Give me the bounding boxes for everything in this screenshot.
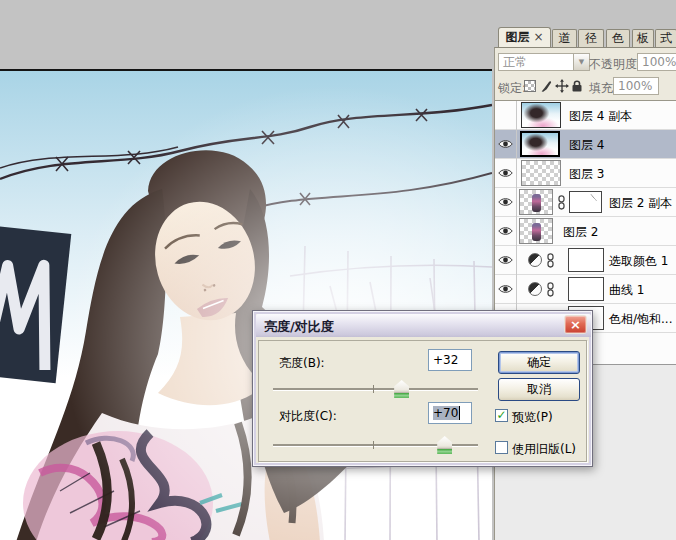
lock-move-icon[interactable] xyxy=(555,79,569,93)
eye-icon xyxy=(498,284,513,294)
tab-close-icon[interactable]: × xyxy=(533,28,543,47)
layer-thumbnail[interactable] xyxy=(521,102,561,128)
brightness-slider[interactable] xyxy=(273,380,478,398)
visibility-toggle[interactable] xyxy=(495,217,517,246)
layer-row-2[interactable]: 图层 2 xyxy=(495,217,676,246)
visibility-toggle[interactable] xyxy=(495,159,517,188)
visibility-toggle[interactable] xyxy=(495,246,517,275)
tab-styles[interactable]: 式 xyxy=(655,29,676,47)
tab-paths[interactable]: 径 xyxy=(578,29,604,47)
fill-input[interactable]: 100% xyxy=(613,77,659,95)
layer-name[interactable]: 图层 3 xyxy=(569,166,604,183)
slider-center-tick xyxy=(373,385,374,393)
layer-name[interactable]: 图层 4 副本 xyxy=(569,108,632,125)
slider-center-tick xyxy=(373,441,374,449)
eye-icon xyxy=(498,139,513,149)
adjustment-layer-icon[interactable] xyxy=(528,282,542,296)
layer-thumbnail[interactable] xyxy=(521,160,561,186)
layer-name[interactable]: 图层 2 副本 xyxy=(609,195,672,212)
layer-thumbnail[interactable] xyxy=(520,131,560,157)
link-chain-icon xyxy=(546,282,555,297)
eye-icon xyxy=(498,168,513,178)
ok-button[interactable]: 确定 xyxy=(498,351,580,374)
brightness-label: 亮度(B): xyxy=(279,355,325,372)
eye-icon xyxy=(498,255,513,265)
preview-label: 预览(P) xyxy=(512,409,553,426)
palette-tab-bar: 图层 × 道 径 色 板 式 xyxy=(494,27,676,47)
layer-name[interactable]: 曲线 1 xyxy=(609,282,644,299)
visibility-toggle[interactable] xyxy=(495,188,517,217)
link-chain-icon xyxy=(546,253,555,268)
mask-content-marks xyxy=(590,194,598,201)
lock-paint-brush-icon[interactable] xyxy=(540,79,554,93)
visibility-toggle[interactable] xyxy=(495,101,517,130)
blend-mode-value: 正常 xyxy=(503,55,527,69)
layer-row-3[interactable]: 图层 3 xyxy=(495,159,676,188)
layer-name[interactable]: 选取颜色 1 xyxy=(609,253,668,270)
portrait-photo xyxy=(0,71,492,540)
tab-swatches[interactable]: 板 xyxy=(632,29,654,47)
layer-row-curves[interactable]: 曲线 1 xyxy=(495,275,676,304)
lock-label: 锁定: xyxy=(498,80,526,97)
layer-thumbnail[interactable] xyxy=(519,189,553,215)
cancel-button[interactable]: 取消 xyxy=(498,378,580,401)
layer-name[interactable]: 色相/饱和... xyxy=(609,311,673,328)
photoshop-workspace: 图层 × 道 径 色 板 式 正常 ▼ 不透明度: 100% 锁定: 填充: 1… xyxy=(0,0,676,540)
preview-checkbox[interactable]: ✓ xyxy=(495,409,508,422)
layer-mask-thumbnail[interactable] xyxy=(568,248,604,272)
lock-transparency-icon[interactable] xyxy=(524,80,536,92)
close-icon[interactable]: × xyxy=(564,315,587,334)
blend-mode-select[interactable]: 正常 ▼ xyxy=(498,53,590,71)
layer-row-4[interactable]: 图层 4 xyxy=(495,130,676,159)
dialog-title: 亮度/对比度 xyxy=(264,318,334,336)
slider-track xyxy=(273,388,478,390)
document-canvas[interactable] xyxy=(0,69,492,540)
layer-row-4-copy[interactable]: 图层 4 副本 xyxy=(495,101,676,130)
lock-all-icon[interactable] xyxy=(571,79,583,93)
opacity-label: 不透明度: xyxy=(589,56,641,73)
link-chain-icon xyxy=(557,195,566,210)
layer-row-selective-color[interactable]: 选取颜色 1 xyxy=(495,246,676,275)
tab-layers[interactable]: 图层 × xyxy=(498,27,551,47)
tab-layers-label: 图层 xyxy=(505,28,529,47)
brightness-contrast-dialog: 亮度/对比度 × 亮度(B): +32 确定 对比度(C): +70 取消 ✓ … xyxy=(252,310,593,467)
layer-thumbnail[interactable] xyxy=(519,218,553,244)
brightness-input[interactable]: +32 xyxy=(428,349,472,371)
tab-channels[interactable]: 道 xyxy=(552,29,577,47)
eye-icon xyxy=(498,226,513,236)
legacy-checkbox[interactable] xyxy=(495,441,508,454)
contrast-slider[interactable] xyxy=(273,436,478,454)
thumbnail-figure xyxy=(532,194,541,212)
dialog-titlebar[interactable]: 亮度/对比度 xyxy=(256,314,591,337)
selected-text: +70 xyxy=(433,406,460,420)
chevron-down-icon[interactable]: ▼ xyxy=(573,54,589,70)
tab-color[interactable]: 色 xyxy=(606,29,630,47)
contrast-input[interactable]: +70 xyxy=(428,402,472,424)
adjustment-layer-icon[interactable] xyxy=(528,253,542,267)
visibility-toggle[interactable] xyxy=(495,275,517,304)
layer-mask-thumbnail[interactable] xyxy=(569,191,602,213)
layer-row-2-copy[interactable]: 图层 2 副本 xyxy=(495,188,676,217)
thumbnail-figure xyxy=(532,223,541,241)
visibility-toggle[interactable] xyxy=(495,130,517,159)
brightness-slider-thumb[interactable] xyxy=(394,380,409,398)
opacity-input[interactable]: 100% xyxy=(637,53,676,71)
legacy-label: 使用旧版(L) xyxy=(512,441,576,458)
layer-name[interactable]: 图层 4 xyxy=(569,137,604,154)
contrast-slider-thumb[interactable] xyxy=(437,436,452,454)
layer-mask-thumbnail[interactable] xyxy=(568,277,604,301)
contrast-label: 对比度(C): xyxy=(279,408,337,425)
layer-name[interactable]: 图层 2 xyxy=(563,224,598,241)
check-icon: ✓ xyxy=(496,408,506,422)
eye-icon xyxy=(498,197,513,207)
